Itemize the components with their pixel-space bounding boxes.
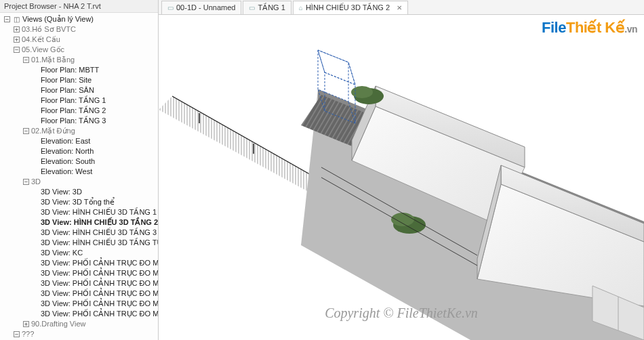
tree-item[interactable]: 3D View: HÌNH CHIẾU 3D TẦNG 3 - TẦNG 4 xyxy=(31,228,158,238)
tree-item[interactable]: Floor Plan: TẦNG 1 xyxy=(31,95,158,106)
tree-item-active[interactable]: 3D View: HÌNH CHIẾU 3D TẦNG 2 xyxy=(31,217,158,228)
tab-tang-1[interactable]: ▭TẦNG 1 xyxy=(243,1,291,14)
svg-marker-29 xyxy=(318,50,355,85)
tree-item[interactable]: 3D View: 3D xyxy=(31,187,158,197)
expand-icon[interactable]: + xyxy=(23,321,29,327)
tree-item[interactable]: 3D View: PHỐI CẢNH TRỤC ĐO MẶT CẮT B-B xyxy=(31,309,158,319)
close-icon[interactable]: ✕ xyxy=(397,4,402,12)
tab-00-1d[interactable]: ▭00-1D - Unnamed xyxy=(161,1,241,14)
watermark-copyright: Copyright © FileThietKe.vn xyxy=(325,305,478,321)
collapse-icon[interactable]: − xyxy=(23,128,29,134)
tree-group-unknown[interactable]: −??? xyxy=(12,329,158,339)
sheet-icon: ▭ xyxy=(167,4,174,12)
tree-group-03[interactable]: +03.Hồ Sơ BVTC xyxy=(12,24,158,35)
tree-item[interactable]: Floor Plan: TẦNG 3 xyxy=(31,116,158,126)
tree-group-matbang[interactable]: −01.Mặt Bằng xyxy=(22,55,158,65)
collapse-icon[interactable]: − xyxy=(4,16,10,22)
tree-item[interactable]: 3D View: PHỐI CẢNH TRỤC ĐO MẶT CẮT 1-1 xyxy=(31,258,158,268)
tree-item[interactable]: 3D View: PHỐI CẢNH TRỤC ĐO MẶT CẮT 2-2 xyxy=(31,268,158,278)
project-browser-panel: Project Browser - NHA 2 T.rvt −◫Views (Q… xyxy=(0,0,159,340)
tree-item[interactable]: 3D View: HÌNH CHIẾU 3D TẦNG 1 xyxy=(31,207,158,217)
main-area: ▭00-1D - Unnamed ▭TẦNG 1 ⌂HÌNH CHIẾU 3D … xyxy=(159,0,644,340)
3d-icon: ⌂ xyxy=(299,4,303,12)
tree-item[interactable]: Elevation: West xyxy=(31,167,158,177)
tree-item[interactable]: 3D View: 3D Tổng thể xyxy=(31,197,158,207)
tree-item[interactable]: 3D View: KC xyxy=(31,248,158,258)
project-browser-tree[interactable]: −◫Views (Quản lý View) +03.Hồ Sơ BVTC +0… xyxy=(0,13,158,340)
svg-point-20 xyxy=(351,86,373,98)
tree-item[interactable]: Elevation: East xyxy=(31,136,158,146)
collapse-icon[interactable]: − xyxy=(14,331,20,337)
tree-group-matdung[interactable]: −02.Mặt Đứng xyxy=(22,126,158,136)
tree-group-3d[interactable]: −3D xyxy=(22,177,158,187)
tree-root-views[interactable]: −◫Views (Quản lý View) xyxy=(3,14,158,24)
expand-icon[interactable]: + xyxy=(14,26,20,33)
tree-group-04[interactable]: +04.Kết Cấu xyxy=(12,35,158,45)
collapse-icon[interactable]: − xyxy=(23,179,29,185)
expand-icon[interactable]: + xyxy=(14,37,20,43)
project-browser-title: Project Browser - NHA 2 T.rvt xyxy=(0,0,158,13)
svg-point-22 xyxy=(391,213,414,226)
tree-item[interactable]: 3D View: HÌNH CHIẾU 3D TẦNG TUM xyxy=(31,238,158,248)
tree-item[interactable]: Floor Plan: MBTT xyxy=(31,65,158,75)
views-icon: ◫ xyxy=(12,14,20,24)
tree-item[interactable]: Elevation: North xyxy=(31,146,158,156)
watermark-logo: FileThiết Kế.vn xyxy=(542,19,637,37)
plan-icon: ▭ xyxy=(249,4,255,12)
tree-item[interactable]: 3D View: PHỐI CẢNH TRỤC ĐO MẶT CẮT A-A xyxy=(31,299,158,309)
3d-viewport[interactable]: FileThiết Kế.vn Copyright © FileThietKe.… xyxy=(159,15,644,340)
tree-item[interactable]: Floor Plan: TẦNG 2 xyxy=(31,106,158,116)
tree-item[interactable]: 3D View: PHỐI CẢNH TRỤC ĐO MẶT CẮT 4-4 xyxy=(31,289,158,299)
tree-group-05[interactable]: −05.View Gốc xyxy=(12,45,158,55)
tree-item[interactable]: Floor Plan: SÂN xyxy=(31,85,158,95)
3d-model-render xyxy=(159,15,644,340)
tab-hinh-chieu-3d-tang-2[interactable]: ⌂HÌNH CHIẾU 3D TẦNG 2✕ xyxy=(293,1,408,14)
tree-item[interactable]: Elevation: South xyxy=(31,156,158,167)
collapse-icon[interactable]: − xyxy=(23,57,29,63)
tree-item[interactable]: 3D View: PHỐI CẢNH TRỤC ĐO MẶT CẮT 3-3 xyxy=(31,278,158,289)
app-root: Project Browser - NHA 2 T.rvt −◫Views (Q… xyxy=(0,0,644,340)
tree-group-drafting[interactable]: +90.Drafting View xyxy=(22,319,158,329)
view-tabs: ▭00-1D - Unnamed ▭TẦNG 1 ⌂HÌNH CHIẾU 3D … xyxy=(159,0,644,15)
tree-item[interactable]: Floor Plan: Site xyxy=(31,75,158,85)
collapse-icon[interactable]: − xyxy=(14,47,20,53)
